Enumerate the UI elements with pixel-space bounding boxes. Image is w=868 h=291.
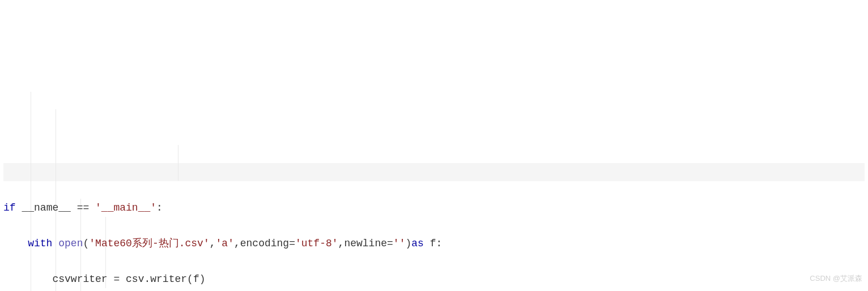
code-editor[interactable]: if __name__ == '__main__': with open('Ma…	[3, 74, 865, 291]
code-line-1[interactable]: if __name__ == '__main__':	[3, 199, 865, 217]
watermark: CSDN @艾派森	[810, 269, 862, 288]
code-line-3[interactable]: csvwriter = csv.writer(f)	[3, 271, 865, 289]
code-line-2[interactable]: with open('Mate60系列-热门.csv','a',encoding…	[3, 235, 865, 253]
